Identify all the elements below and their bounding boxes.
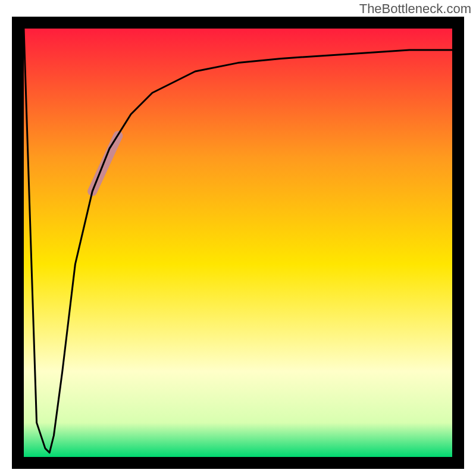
plot-border-right — [452, 17, 464, 469]
plot-border-bottom — [12, 457, 464, 469]
chart-svg — [12, 17, 464, 469]
chart-frame — [12, 17, 464, 469]
plot-border-left — [12, 17, 24, 469]
attribution-text: TheBottleneck.com — [359, 1, 471, 17]
chart-container: TheBottleneck.com — [0, 0, 476, 476]
plot-border-top — [12, 17, 464, 29]
gradient-background — [24, 29, 452, 457]
